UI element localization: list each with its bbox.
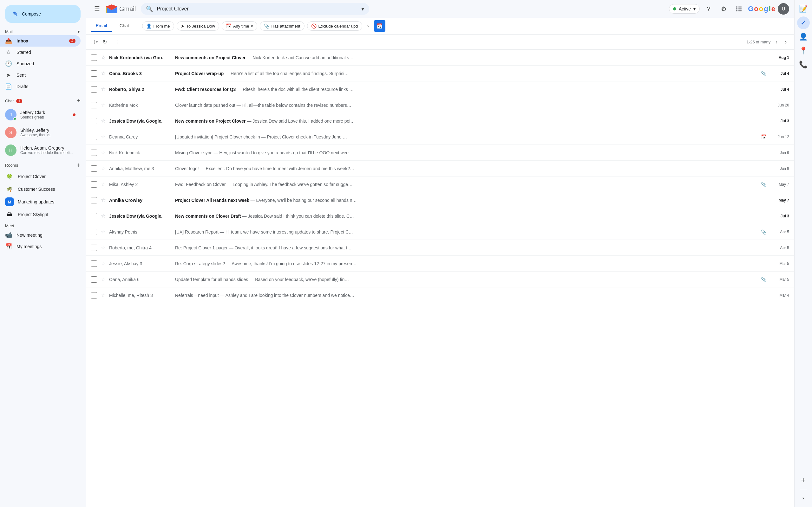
email-row[interactable]: ☆ Roberto, Shiya 2 Fwd: Client resources… [86, 81, 794, 97]
room-project-clover[interactable]: 🍀 Project Clover [0, 170, 81, 183]
email-row[interactable]: ☆ Jessica Dow (via Google. New comments … [86, 208, 794, 224]
email-row[interactable]: ☆ Annika, Matthew, me 3 Clover logo! — E… [86, 161, 794, 176]
email-row[interactable]: ☆ Roberto, me, Chitra 4 Re: Project Clov… [86, 240, 794, 256]
mail-section-header[interactable]: Mail ▼ [0, 28, 86, 35]
meet-section-header[interactable]: Meet [0, 221, 86, 229]
sidebar-item-inbox[interactable]: 📥 Inbox 4 [0, 35, 81, 47]
filter-chip-to-jessica[interactable]: ➤ To Jessica Dow [177, 21, 219, 31]
star-icon[interactable]: ☆ [101, 55, 105, 60]
apps-button[interactable] [733, 3, 745, 15]
star-icon[interactable]: ☆ [101, 86, 105, 92]
email-checkbox[interactable] [91, 55, 97, 61]
tab-email[interactable]: Email [91, 20, 112, 32]
email-checkbox[interactable] [91, 181, 97, 187]
search-input[interactable] [157, 6, 357, 12]
contacts-icon[interactable]: 👤 [797, 31, 810, 43]
email-row[interactable]: ☆ Oana, Annika 6 Updated template for al… [86, 272, 794, 287]
chat-section-header[interactable]: Chat 1 + [0, 95, 86, 106]
chat-item-helen[interactable]: H Helen, Adam, Gregory Can we reschedule… [0, 141, 81, 159]
compose-button[interactable]: ✎ Compose [5, 5, 81, 23]
star-icon[interactable]: ☆ [101, 102, 105, 108]
email-checkbox[interactable] [91, 261, 97, 267]
email-checkbox[interactable] [91, 134, 97, 140]
tab-chat[interactable]: Chat [114, 20, 134, 32]
star-icon[interactable]: ☆ [101, 261, 105, 267]
select-all-checkbox[interactable] [91, 40, 95, 44]
star-icon[interactable]: ☆ [101, 197, 105, 203]
room-marketing-updates[interactable]: M Marketing updates [0, 195, 81, 208]
hamburger-menu[interactable]: ☰ [91, 3, 103, 15]
star-icon[interactable]: ☆ [101, 181, 105, 187]
expand-icon[interactable]: › [797, 492, 810, 504]
sidebar-item-label: My meetings [16, 244, 75, 249]
sidebar-item-sent[interactable]: ➤ Sent [0, 69, 81, 81]
chat-item-shirley[interactable]: S Shirley, Jeffery Awesome, thanks. [0, 124, 81, 141]
email-row[interactable]: ☆ Deanna Carey [Updated invitation] Proj… [86, 129, 794, 145]
chat-add-icon[interactable]: + [77, 97, 81, 105]
email-checkbox[interactable] [91, 118, 97, 124]
rooms-add-icon[interactable]: + [77, 162, 81, 169]
phone-icon[interactable]: 📞 [797, 58, 810, 71]
email-row[interactable]: ☆ Akshay Potnis [UX] Research Report — H… [86, 224, 794, 240]
settings-button[interactable]: ⚙ [717, 3, 730, 15]
star-icon[interactable]: ☆ [101, 70, 105, 76]
star-icon[interactable]: ☆ [101, 245, 105, 250]
email-checkbox[interactable] [91, 276, 97, 283]
sidebar-item-starred[interactable]: ☆ Starred [0, 47, 81, 58]
sidebar-item-my-meetings[interactable]: 📅 My meetings [0, 241, 81, 252]
chat-item-jeffery[interactable]: J Jeffery Clark Sounds great! [0, 106, 81, 124]
calendar-icon-right[interactable]: 📅 [374, 20, 386, 32]
more-options-button[interactable]: ⋮ [112, 37, 122, 47]
sidebar-item-new-meeting[interactable]: 📹 New meeting [0, 229, 81, 241]
email-checkbox[interactable] [91, 245, 97, 251]
star-icon[interactable]: ☆ [101, 118, 105, 124]
rooms-section-header[interactable]: Rooms + [0, 159, 86, 170]
star-icon[interactable]: ☆ [101, 134, 105, 140]
filter-chip-exclude-calendar[interactable]: 🚫 Exclude calendar upd [307, 21, 362, 31]
email-checkbox[interactable] [91, 102, 97, 108]
email-checkbox[interactable] [91, 70, 97, 77]
email-checkbox[interactable] [91, 229, 97, 235]
select-dropdown-icon[interactable]: ▾ [96, 40, 98, 44]
filter-chip-any-time[interactable]: 📅 Any time ▾ [222, 21, 258, 31]
star-icon[interactable]: ☆ [101, 150, 105, 156]
email-checkbox[interactable] [91, 150, 97, 156]
tasks-icon[interactable]: ✓ [797, 16, 810, 29]
search-expand-icon[interactable]: ▾ [361, 5, 364, 12]
email-row[interactable]: ☆ Katherine Mok Clover launch date pushe… [86, 97, 794, 113]
email-checkbox[interactable] [91, 292, 97, 298]
email-row[interactable]: ☆ Nick Kortendick Mising Clover sync — H… [86, 145, 794, 161]
email-row[interactable]: ☆ Annika Crowley Project Clover All Hand… [86, 192, 794, 208]
status-button[interactable]: Active ▾ [669, 4, 700, 14]
email-checkbox[interactable] [91, 213, 97, 219]
sidebar-item-drafts[interactable]: 📄 Drafts [0, 81, 81, 92]
email-row[interactable]: ☆ Nick Kortendick (via Goo. New comments… [86, 50, 794, 66]
sidebar-item-snoozed[interactable]: 🕐 Snoozed [0, 58, 81, 69]
email-row[interactable]: ☆ Michelle, me, Ritesh 3 Referrals – nee… [86, 287, 794, 303]
star-icon[interactable]: ☆ [101, 292, 105, 298]
star-icon[interactable]: ☆ [101, 213, 105, 219]
email-row[interactable]: ☆ Jessie, Akshay 3 Re: Corp strategy sli… [86, 256, 794, 272]
refresh-button[interactable]: ↻ [100, 37, 109, 47]
star-icon[interactable]: ☆ [101, 229, 105, 235]
email-checkbox[interactable] [91, 197, 97, 204]
filter-chip-from-me[interactable]: 👤 From me [142, 21, 174, 31]
add-icon[interactable]: + [797, 474, 810, 487]
email-checkbox[interactable] [91, 165, 97, 172]
email-row[interactable]: ☆ Jessica Dow (via Google. New comments … [86, 113, 794, 129]
user-avatar[interactable]: U [778, 3, 789, 14]
keep-icon[interactable]: 📝 [797, 3, 810, 15]
email-checkbox[interactable] [91, 86, 97, 93]
next-page-button[interactable]: › [782, 38, 789, 47]
email-row[interactable]: ☆ Oana..Brooks 3 Project Clover wrap-up … [86, 66, 794, 81]
room-project-skylight[interactable]: 🏔 Project Skylight [0, 208, 81, 221]
help-button[interactable]: ? [702, 3, 715, 15]
room-customer-success[interactable]: 🌴 Customer Success [0, 183, 81, 195]
email-row[interactable]: ☆ Mika, Ashley 2 Fwd: Feedback on Clover… [86, 176, 794, 192]
more-filters-button[interactable]: › [365, 21, 371, 31]
star-icon[interactable]: ☆ [101, 165, 105, 171]
star-icon[interactable]: ☆ [101, 276, 105, 282]
filter-chip-has-attachment[interactable]: 📎 Has attachment [260, 21, 304, 31]
prev-page-button[interactable]: ‹ [773, 38, 780, 47]
maps-icon[interactable]: 📍 [797, 44, 810, 57]
